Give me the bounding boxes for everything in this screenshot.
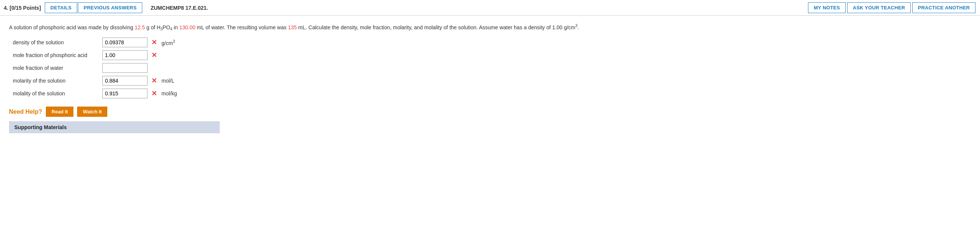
- mole-fraction-water-label: mole fraction of water: [13, 65, 99, 71]
- density-label: density of the solution: [13, 39, 99, 46]
- molality-error-icon: ✕: [151, 89, 157, 98]
- molarity-error-icon: ✕: [151, 77, 157, 85]
- density-input[interactable]: [102, 38, 148, 47]
- supporting-materials: Supporting Materials: [9, 121, 220, 133]
- mole-fraction-acid-input[interactable]: [102, 50, 148, 60]
- mole-fraction-acid-label: mole fraction of phosphoric acid: [13, 52, 99, 58]
- problem-text: A solution of phosphoric acid was made b…: [9, 22, 971, 32]
- main-content: A solution of phosphoric acid was made b…: [0, 16, 980, 133]
- text-ml: mL of water. The resulting volume was: [195, 24, 288, 30]
- result-volume: 135: [288, 24, 297, 30]
- mole-fraction-acid-error-icon: ✕: [151, 51, 157, 59]
- practice-another-button[interactable]: PRACTICE ANOTHER: [912, 2, 975, 13]
- question-number: 4. [0/15 Points]: [4, 5, 41, 11]
- mole-fraction-water-row: mole fraction of water: [13, 63, 971, 73]
- molality-row: molality of the solution ✕ mol/kg: [13, 88, 971, 98]
- mole-fraction-water-input[interactable]: [102, 63, 148, 73]
- density-unit: g/cm3: [161, 39, 175, 46]
- need-help-section: Need Help? Read It Watch It: [9, 107, 971, 117]
- details-button[interactable]: DETAILS: [45, 2, 77, 13]
- molarity-unit: mol/L: [161, 78, 174, 84]
- need-help-label: Need Help?: [9, 109, 42, 115]
- text-in: in: [172, 24, 180, 30]
- supporting-materials-label: Supporting Materials: [14, 124, 67, 130]
- text-before-mass: A solution of phosphoric acid was made b…: [9, 24, 135, 30]
- density-error-icon: ✕: [151, 38, 157, 47]
- text-end: mL. Calculate the density, mole fraction…: [297, 24, 579, 30]
- volume-value: 130.00: [179, 24, 195, 30]
- watch-it-button[interactable]: Watch It: [77, 107, 107, 117]
- molarity-input[interactable]: [102, 76, 148, 85]
- text-g-of: g of H: [145, 24, 160, 30]
- my-notes-button[interactable]: MY NOTES: [808, 2, 846, 13]
- mass-value: 12.5: [135, 24, 145, 30]
- molarity-row: molarity of the solution ✕ mol/L: [13, 76, 971, 85]
- molality-unit: mol/kg: [161, 90, 177, 96]
- ask-teacher-button[interactable]: ASK YOUR TEACHER: [847, 2, 911, 13]
- header-bar: 4. [0/15 Points] DETAILS PREVIOUS ANSWER…: [0, 0, 980, 16]
- question-code: ZUMCHEMP8 17.E.021.: [151, 5, 208, 11]
- molality-label: molality of the solution: [13, 90, 99, 96]
- mole-fraction-acid-row: mole fraction of phosphoric acid ✕: [13, 50, 971, 60]
- header-right-buttons: MY NOTES ASK YOUR TEACHER PRACTICE ANOTH…: [808, 2, 976, 13]
- sup-3: 3: [576, 24, 578, 28]
- molarity-label: molarity of the solution: [13, 78, 99, 84]
- read-it-button[interactable]: Read It: [46, 107, 73, 117]
- previous-answers-button[interactable]: PREVIOUS ANSWERS: [78, 2, 142, 13]
- density-row: density of the solution ✕ g/cm3: [13, 38, 971, 47]
- text-po4: PO: [162, 24, 170, 30]
- input-section: density of the solution ✕ g/cm3 mole fra…: [13, 38, 971, 98]
- molality-input[interactable]: [102, 88, 148, 98]
